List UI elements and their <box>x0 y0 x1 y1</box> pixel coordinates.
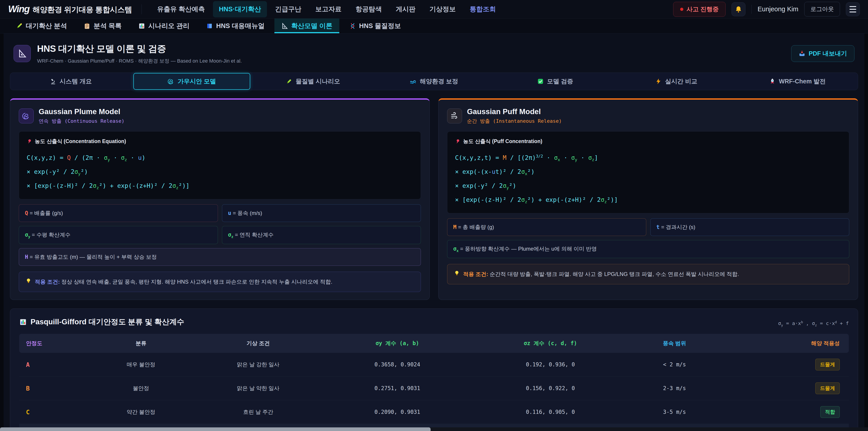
subnav-item-hns-manual[interactable]: HNS 대응매뉴얼 <box>199 19 271 33</box>
subnav-item-analysis-list[interactable]: 분석 목록 <box>77 19 128 33</box>
pen-icon <box>16 23 23 29</box>
incident-badge-label: 사고 진행중 <box>686 5 719 13</box>
applicability-badge: 드물게 <box>815 382 840 394</box>
tab-realtime-comparison[interactable]: 실시간 비교 <box>616 73 737 90</box>
app-title: 해양환경 위기대응 통합시스템 <box>33 5 132 15</box>
subnav-label: HNS 물질정보 <box>359 22 401 31</box>
swirl-icon <box>19 109 34 123</box>
plume-card-header: Gaussian Plume Model 연속 방출 (Continuous R… <box>19 107 421 125</box>
puff-formula-label: 농도 산출식 (Puff Concentration) <box>455 138 841 145</box>
puff-card-header: Gaussian Puff Model 순간 방출 (Instantaneous… <box>447 107 849 125</box>
status-dot-icon <box>680 8 683 11</box>
col-sigma-z: σz 계수 (c, d, f) <box>469 334 632 353</box>
menu-button[interactable] <box>846 2 860 16</box>
set-square-icon <box>13 45 31 62</box>
subnav-label: 대기확산 분석 <box>26 22 67 31</box>
subnav-item-model-theory[interactable]: 확산모델 이론 <box>274 19 339 33</box>
download-tray-icon <box>799 50 805 57</box>
dna-icon <box>349 23 356 29</box>
divider <box>751 5 752 14</box>
pg-section-title: Pasquill-Gifford 대기안정도 분류 및 확산계수 <box>19 317 184 327</box>
col-wind-range: 풍속 범위 <box>632 334 717 353</box>
pushpin-icon <box>27 139 32 144</box>
subnav-item-scenario-management[interactable]: 시나리오 관리 <box>131 19 196 33</box>
bar-chart-icon <box>138 23 145 29</box>
puff-card-title: Gaussian Puff Model <box>467 107 562 116</box>
pdf-export-button[interactable]: PDF 내보내기 <box>791 45 855 62</box>
microscope-icon <box>50 78 57 85</box>
param-t: t = 경과시간 (s) <box>650 218 849 236</box>
tab-substance-scenarios[interactable]: 물질별 시나리오 <box>252 73 373 90</box>
app-logo: Wing 해양환경 위기대응 통합시스템 <box>8 4 132 15</box>
bar-chart-icon <box>19 318 27 326</box>
nav-item-oil-spill[interactable]: 유출유 확산예측 <box>151 1 211 18</box>
tab-label: 가우시안 모델 <box>178 77 216 86</box>
subnav-item-hns-substance-info[interactable]: HNS 물질정보 <box>342 19 408 33</box>
clipboard-icon <box>84 23 90 29</box>
tab-label: 물질별 시나리오 <box>296 77 340 86</box>
page-header-text: HNS 대기확산 모델 이론 및 검증 WRF-Chem · Gaussian … <box>37 42 242 64</box>
nav-item-board[interactable]: 게시판 <box>390 1 421 18</box>
tab-marine-correction[interactable]: 해양환경 보정 <box>373 73 495 90</box>
swirl-icon <box>168 78 175 85</box>
pg-section-header: Pasquill-Gifford 대기안정도 분류 및 확산계수 σy = a·… <box>19 317 849 327</box>
rocket-icon <box>769 78 776 85</box>
puff-formula: C(x,y,z,t) = M / [(2π)3/2 · σx · σy · σz… <box>455 151 841 207</box>
logout-button[interactable]: 로그아웃 <box>804 2 840 17</box>
col-weather: 기상 조건 <box>191 334 326 353</box>
param-sigma-z: σz = 연직 확산계수 <box>222 226 421 244</box>
bulb-icon <box>25 278 32 284</box>
subnav-label: 확산모델 이론 <box>291 22 332 31</box>
user-name: Eunjeong Kim <box>757 5 798 13</box>
pen-icon <box>286 78 292 85</box>
page-content: HNS 대기확산 모델 이론 및 검증 WRF-Chem · Gaussian … <box>4 33 864 431</box>
tab-label: 실시간 비교 <box>665 77 698 86</box>
nav-item-emergency[interactable]: 긴급구난 <box>269 1 307 18</box>
section-tabs: 시스템 개요 가우시안 모델 물질별 시나리오 <box>10 72 858 90</box>
puff-formula-panel: 농도 산출식 (Puff Concentration) C(x,y,z,t) =… <box>447 131 849 213</box>
set-square-icon <box>281 23 288 29</box>
pg-table: 안정도 분류 기상 조건 σy 계수 (a, b) σz 계수 (c, d, f… <box>19 334 849 431</box>
top-navigation: Wing 해양환경 위기대응 통합시스템 유출유 확산예측 HNS·대기확산 긴… <box>0 0 868 19</box>
nav-item-integrated-search[interactable]: 통합조회 <box>464 1 502 18</box>
main-menu: 유출유 확산예측 HNS·대기확산 긴급구난 보고자료 항공탐색 게시판 기상정… <box>151 1 502 18</box>
nav-item-aerial-search[interactable]: 항공탐색 <box>350 1 388 18</box>
sub-navigation: 대기확산 분석 분석 목록 시나리오 관리 HNS 대응매뉴얼 확산모델 이론 … <box>0 19 868 33</box>
nav-item-reports[interactable]: 보고자료 <box>309 1 347 18</box>
tab-system-overview[interactable]: 시스템 개요 <box>10 73 131 90</box>
tab-gaussian-model[interactable]: 가우시안 모델 <box>131 73 252 90</box>
notifications-button[interactable] <box>732 2 745 16</box>
param-m: M = 총 배출량 (g) <box>447 218 646 236</box>
subnav-label: 분석 목록 <box>94 22 122 31</box>
tab-model-validation[interactable]: 모델 검증 <box>495 73 616 90</box>
subnav-item-analysis[interactable]: 대기확산 분석 <box>9 19 74 33</box>
plume-formula-label: 농도 산출식 (Concentration Equation) <box>27 138 413 145</box>
param-u: u = 풍속 (m/s) <box>222 204 421 222</box>
tab-label: 모델 검증 <box>547 77 573 86</box>
gaussian-puff-card: Gaussian Puff Model 순간 방출 (Instantaneous… <box>438 98 858 300</box>
pasquill-gifford-section: Pasquill-Gifford 대기안정도 분류 및 확산계수 σy = a·… <box>10 308 858 431</box>
pg-sigma-formula: σy = a·xb , σz = c·xd + f <box>778 320 849 327</box>
param-q: Q = 배출률 (g/s) <box>19 204 218 222</box>
table-row[interactable]: A 매우 불안정맑은 날 강한 일사 0.3658, 0.90240.192, … <box>19 353 849 376</box>
tab-label: WRF-Chem 발전 <box>779 77 826 86</box>
param-h: H = 유효 방출고도 (m) — 물리적 높이 + 부력 상승 보정 <box>19 248 421 266</box>
col-sigma-y: σy 계수 (a, b) <box>326 334 469 353</box>
puff-card-subtitle: 순간 방출 (Instantaneous Release) <box>467 118 562 125</box>
nav-item-hns-dispersion[interactable]: HNS·대기확산 <box>213 1 267 18</box>
tab-wrf-chem[interactable]: WRF-Chem 발전 <box>737 73 858 90</box>
page-subtitle: WRF-Chem · Gaussian Plume/Puff · ROMS · … <box>37 58 242 64</box>
param-sigma-y: σy = 수평 확산계수 <box>19 226 218 244</box>
check-icon <box>537 78 544 85</box>
incident-status-badge[interactable]: 사고 진행중 <box>673 2 726 17</box>
scrollbar-thumb[interactable] <box>0 427 431 431</box>
nav-item-weather[interactable]: 기상정보 <box>424 1 462 18</box>
table-row[interactable]: B 불안정맑은 날 약한 일사 0.2751, 0.90310.156, 0.9… <box>19 376 849 400</box>
plume-condition-note: 적용 조건: 정상 상태 연속 배출, 균일 풍속, 평탄 지형. 해양 HNS… <box>19 272 421 292</box>
horizontal-scrollbar[interactable] <box>0 427 868 431</box>
tab-label: 해양환경 보정 <box>420 77 458 86</box>
topnav-right: 사고 진행중 Eunjeong Kim 로그아웃 <box>673 2 860 17</box>
table-row[interactable]: C 약간 불안정흐린 날 주간 0.2090, 0.90310.116, 0.9… <box>19 400 849 424</box>
wave-icon <box>410 78 416 85</box>
logo-mark: Wing <box>8 4 29 14</box>
